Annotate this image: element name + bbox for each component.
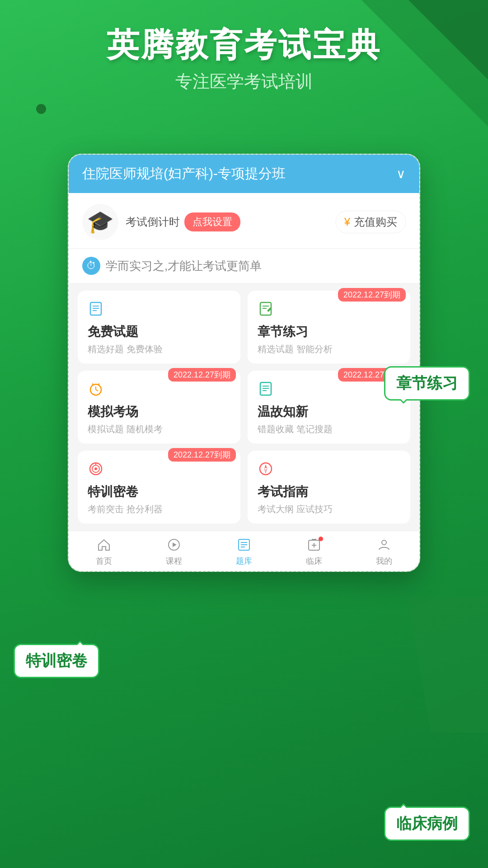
course-dropdown-arrow[interactable]: ∨ [396, 166, 406, 181]
func-card-title-review: 温故知新 [258, 403, 400, 420]
app-title: 英腾教育考试宝典 [0, 27, 488, 63]
nav-label-question: 题库 [236, 556, 252, 566]
func-card-desc-exam-guide: 考试大纲 应试技巧 [258, 503, 400, 515]
func-card-badge: 2022.12.27到期 [168, 368, 236, 382]
nav-label-course: 课程 [166, 556, 182, 566]
motto-text: 学而实习之,才能让考试更简单 [106, 258, 262, 274]
func-card-exam-guide[interactable]: 考试指南 考试大纲 应试技巧 [248, 451, 410, 524]
recharge-text: 充值购买 [354, 215, 397, 229]
svg-marker-20 [173, 542, 177, 547]
nav-label-home: 首页 [96, 556, 112, 566]
func-card-icon-chapter-practice [258, 301, 400, 319]
nav-label-mine: 我的 [376, 556, 392, 566]
svg-point-16 [94, 467, 97, 470]
countdown-area: 考试倒计时 点我设置 [126, 212, 240, 231]
svg-point-28 [382, 540, 386, 545]
func-card-badge: 2022.12.27到期 [168, 448, 236, 462]
recharge-icon: ¥ [344, 216, 350, 228]
nav-item-home[interactable]: 首页 [69, 538, 139, 566]
bg-shape-bottom-right [407, 597, 488, 732]
app-subtitle: 专注医学考试培训 [0, 70, 488, 93]
func-card-desc-chapter-practice: 精选试题 智能分析 [258, 343, 400, 355]
func-card-title-mock-exam: 模拟考场 [88, 403, 230, 420]
func-card-desc-secret-paper: 考前突击 抢分利器 [88, 503, 230, 515]
func-card-desc-mock-exam: 模拟试题 随机模考 [88, 423, 230, 435]
callout-secret: 特训密卷 [14, 644, 99, 678]
app-inner: 住院医师规培(妇产科)-专项提分班 ∨ 🎓 考试倒计时 点我设置 ¥ 充值购买 … [69, 155, 419, 571]
avatar-area: 🎓 考试倒计时 点我设置 [82, 204, 240, 240]
course-title: 住院医师规培(妇产科)-专项提分班 [82, 165, 286, 183]
func-card-icon-mock-exam [88, 381, 230, 399]
recharge-area[interactable]: ¥ 充值购买 [336, 211, 406, 233]
func-card-secret-paper[interactable]: 2022.12.27到期 特训密卷 考前突击 抢分利器 [78, 451, 240, 524]
nav-item-course[interactable]: 课程 [139, 538, 209, 566]
doctor-avatar: 🎓 [82, 204, 118, 240]
callout-chapter: 章节练习 [384, 366, 470, 401]
nav-icon-home [97, 538, 111, 554]
func-card-desc-free-questions: 精选好题 免费体验 [88, 343, 230, 355]
nav-item-mine[interactable]: 我的 [349, 538, 419, 566]
func-card-icon-free-questions [88, 301, 230, 319]
nav-icon-clinical [307, 538, 321, 554]
func-card-free-questions[interactable]: 免费试题 精选好题 免费体验 [78, 291, 240, 363]
bottom-nav: 首页 课程 题库 临床 我的 [69, 531, 419, 571]
clock-icon: ⏱ [82, 257, 100, 275]
phone-mockup: 住院医师规培(妇产科)-专项提分班 ∨ 🎓 考试倒计时 点我设置 ¥ 充值购买 … [68, 154, 420, 572]
motto-bar: ⏱ 学而实习之,才能让考试更简单 [69, 249, 419, 283]
callout-clinical: 临床病例 [384, 807, 470, 841]
func-card-desc-review: 错题收藏 笔记搜题 [258, 423, 400, 435]
func-card-title-exam-guide: 考试指南 [258, 483, 400, 500]
func-card-icon-secret-paper [88, 461, 230, 479]
countdown-label: 考试倒计时 [126, 215, 180, 229]
func-card-icon-exam-guide [258, 461, 400, 479]
nav-item-question[interactable]: 题库 [209, 538, 279, 566]
app-header-bar: 住院医师规培(妇产科)-专项提分班 ∨ [69, 155, 419, 193]
header: 英腾教育考试宝典 专注医学考试培训 [0, 0, 488, 93]
func-card-title-secret-paper: 特训密卷 [88, 483, 230, 500]
bg-dot [36, 104, 46, 114]
nav-icon-mine [377, 538, 391, 554]
func-card-icon-review [258, 381, 400, 399]
func-card-chapter-practice[interactable]: 2022.12.27到期 章节练习 精选试题 智能分析 [248, 291, 410, 363]
svg-line-9 [96, 390, 98, 391]
nav-item-clinical[interactable]: 临床 [279, 538, 349, 566]
func-card-title-chapter-practice: 章节练习 [258, 323, 400, 340]
course-header: 🎓 考试倒计时 点我设置 ¥ 充值购买 [69, 193, 419, 249]
nav-icon-question [237, 538, 251, 554]
function-grid: 免费试题 精选好题 免费体验 2022.12.27到期 章节练习 精选试题 智能… [69, 283, 419, 531]
nav-icon-course [167, 538, 181, 554]
countdown-set-button[interactable]: 点我设置 [184, 212, 240, 231]
func-card-title-free-questions: 免费试题 [88, 323, 230, 340]
func-card-badge: 2022.12.27到期 [338, 288, 406, 302]
func-card-mock-exam[interactable]: 2022.12.27到期 模拟考场 模拟试题 随机模考 [78, 371, 240, 443]
nav-label-clinical: 临床 [306, 556, 322, 566]
